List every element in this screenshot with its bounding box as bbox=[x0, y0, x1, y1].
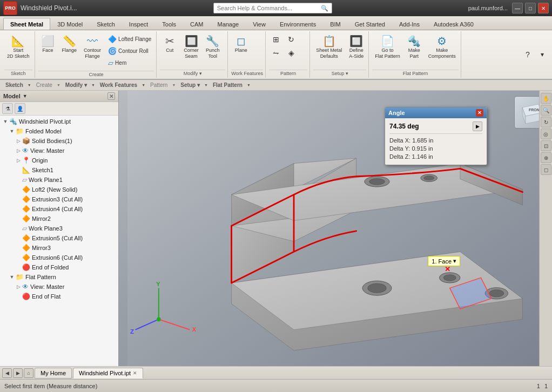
pattern-btn-3[interactable]: ⥊ bbox=[269, 47, 283, 59]
tab-my-home[interactable]: My Home bbox=[35, 368, 72, 379]
tree-node-root[interactable]: ▼ 🔩 Windshield Pivot.ipt bbox=[0, 117, 118, 126]
angle-dialog-close-button[interactable]: ✕ bbox=[476, 109, 483, 117]
viewport[interactable]: ✕ X Y Z FRONT bbox=[119, 91, 552, 366]
below-flat-pattern-label[interactable]: Flat Pattern bbox=[211, 82, 253, 88]
sidebar-filter-button[interactable]: ⚗ bbox=[2, 103, 13, 114]
make-components-button[interactable]: ⚙ MakeComponents bbox=[426, 33, 459, 62]
tab-windshield-close-icon[interactable]: ✕ bbox=[133, 370, 137, 376]
tree-node-solid-bodies[interactable]: ▷ 📦 Solid Bodies(1) bbox=[0, 136, 118, 146]
define-a-side-button[interactable]: 🔲 DefineA-Side bbox=[346, 33, 366, 62]
below-work-features-label[interactable]: Work Features bbox=[98, 82, 148, 88]
sidebar-user-button[interactable]: 👤 bbox=[15, 103, 25, 114]
tree-node-origin[interactable]: ▷ 📍 Origin bbox=[0, 156, 118, 165]
tree-node-loft2[interactable]: ▷ 🔶 Loft2 (New Solid) bbox=[0, 185, 118, 194]
punch-tool-button[interactable]: 🔧 PunchTool bbox=[203, 33, 223, 62]
orbit-button[interactable]: ↻ bbox=[541, 117, 551, 127]
minimize-button[interactable]: — bbox=[512, 3, 523, 13]
contour-flange-button[interactable]: 〰 ContourFlange bbox=[81, 33, 104, 62]
zoom-button[interactable]: 🔍 bbox=[541, 105, 551, 116]
pattern-icon-1: ⊞ bbox=[273, 35, 279, 44]
below-sketch-label[interactable]: Sketch bbox=[3, 82, 34, 88]
tab-tools[interactable]: Tools bbox=[155, 18, 183, 30]
tab-3d-model[interactable]: 3D Model bbox=[50, 18, 90, 30]
pan-button[interactable]: ✋ bbox=[541, 93, 551, 104]
tree-node-view-master1[interactable]: ▷ 👁 View: Master bbox=[0, 146, 118, 156]
tree-node-end-of-flat[interactable]: ▷ 🔴 End of Flat bbox=[0, 292, 118, 301]
start-2d-sketch-button[interactable]: 📐 Start2D Sketch bbox=[4, 33, 32, 62]
flange-button[interactable]: 📏 Flange bbox=[59, 33, 80, 56]
lofted-flange-button[interactable]: 🔷 Lofted Flange bbox=[105, 33, 154, 45]
maximize-button[interactable]: □ bbox=[525, 3, 536, 13]
sheet-metal-defaults-button[interactable]: 📋 Sheet MetalDefaults bbox=[313, 33, 345, 62]
tab-view[interactable]: View bbox=[246, 18, 273, 30]
tree-node-mirror2[interactable]: ▷ 🔶 Mirror2 bbox=[0, 214, 118, 224]
svg-text:✕: ✕ bbox=[445, 265, 450, 273]
search-input[interactable] bbox=[217, 5, 321, 11]
tab-get-started[interactable]: Get Started bbox=[348, 18, 392, 30]
svg-point-11 bbox=[368, 283, 387, 293]
below-setup-label[interactable]: Setup ▾ bbox=[178, 82, 211, 88]
look-at-button[interactable]: ◎ bbox=[541, 129, 551, 139]
contour-flange-icon: 〰 bbox=[87, 36, 98, 46]
tree-node-extrusion4[interactable]: ▷ 🔶 Extrusion4 (Cut All) bbox=[0, 204, 118, 214]
tree-node-folded-model[interactable]: ▼ 📁 Folded Model bbox=[0, 126, 118, 136]
hem-button[interactable]: ▱ Hem bbox=[105, 57, 154, 69]
cut-button[interactable]: ✂ Cut bbox=[160, 33, 179, 56]
pattern-btn-4[interactable]: ◈ bbox=[284, 47, 298, 59]
tree-node-view-master2[interactable]: ▷ 👁 View: Master bbox=[0, 282, 118, 292]
sidebar-header-left: Model ▼ bbox=[3, 93, 28, 99]
help-button[interactable]: ? bbox=[521, 48, 535, 62]
face-button[interactable]: ⬜ Face bbox=[38, 33, 58, 56]
angle-dialog-title-text: Angle bbox=[388, 110, 405, 116]
expand-ribbon-button[interactable]: ▾ bbox=[537, 49, 548, 60]
go-to-flat-pattern-button[interactable]: 📄 Go toFlat Pattern bbox=[372, 33, 403, 62]
sidebar-close-button[interactable]: ✕ bbox=[107, 92, 115, 100]
tab-manage[interactable]: Manage bbox=[210, 18, 246, 30]
ribbon-group-setup: 📋 Sheet MetalDefaults 🔲 DefineA-Side Set… bbox=[311, 31, 369, 78]
pattern-btn-1[interactable]: ⊞ bbox=[269, 33, 283, 46]
tab-sheet-metal[interactable]: Sheet Metal bbox=[3, 18, 50, 30]
tab-add-ins[interactable]: Add-Ins bbox=[392, 18, 427, 30]
tab-windshield-pivot[interactable]: Windshield Pivot.ipt ✕ bbox=[73, 368, 143, 379]
tree-node-mirror3[interactable]: ▷ 🔶 Mirror3 bbox=[0, 243, 118, 253]
contour-roll-button[interactable]: 🌀 Contour Roll bbox=[105, 45, 154, 57]
search-box[interactable]: 🔍 bbox=[213, 3, 332, 13]
tab-bim[interactable]: BIM bbox=[323, 18, 348, 30]
pattern-btn-2[interactable]: ↻ bbox=[284, 33, 298, 46]
corner-seam-button[interactable]: 🔲 CornerSeam bbox=[181, 33, 201, 62]
tree-node-extrusion6[interactable]: ▷ 🔶 Extrusion6 (Cut All) bbox=[0, 253, 118, 262]
tree-node-extrusion3[interactable]: ▷ 🔶 Extrusion3 (Cut All) bbox=[0, 194, 118, 204]
face-label[interactable]: 1. Face ▾ bbox=[428, 256, 460, 266]
tab-inspect[interactable]: Inspect bbox=[122, 18, 155, 30]
close-button[interactable]: ✕ bbox=[538, 3, 549, 13]
tree-node-flat-pattern[interactable]: ▼ 📁 Flat Pattern bbox=[0, 272, 118, 282]
tree-node-extrusion5[interactable]: ▷ 🔶 Extrusion5 (Cut All) bbox=[0, 233, 118, 243]
ribbon-group-sketch-content: 📐 Start2D Sketch bbox=[4, 32, 32, 69]
make-part-button[interactable]: 🔩 MakePart bbox=[405, 33, 424, 62]
tab-autodesk-a360[interactable]: Autodesk A360 bbox=[427, 18, 481, 30]
zoom-select-button[interactable]: ⊕ bbox=[541, 152, 551, 163]
tree-node-work-plane3[interactable]: ▷ ▱ Work Plane3 bbox=[0, 224, 118, 233]
tab-nav-right[interactable]: ▶ bbox=[13, 368, 23, 378]
tree-node-end-of-folded[interactable]: ▷ 🔴 End of Folded bbox=[0, 262, 118, 272]
tree-icon-mirror2: 🔶 bbox=[22, 215, 30, 222]
svg-point-19 bbox=[424, 176, 434, 180]
status-message: Select first item (Measure distance) bbox=[4, 383, 97, 389]
below-modify-label[interactable]: Modify ▾ bbox=[63, 82, 98, 88]
tab-sketch[interactable]: Sketch bbox=[90, 18, 122, 30]
angle-dialog-title: Angle ✕ bbox=[385, 107, 487, 118]
tab-cam[interactable]: CAM bbox=[183, 18, 210, 30]
tool-7[interactable]: ◻ bbox=[541, 164, 551, 175]
tab-nav-left[interactable]: ◀ bbox=[2, 368, 12, 378]
tree-icon-ext3: 🔶 bbox=[22, 195, 30, 203]
tree-node-work-plane1[interactable]: ▷ ▱ Work Plane1 bbox=[0, 175, 118, 185]
tab-nav-home[interactable]: ⌂ bbox=[24, 368, 33, 378]
tree-label-view2: View: Master bbox=[30, 283, 64, 290]
zoom-all-button[interactable]: ⊡ bbox=[541, 140, 551, 151]
plane-button[interactable]: ◻ Plane bbox=[231, 33, 251, 56]
make-components-icon: ⚙ bbox=[437, 36, 447, 46]
angle-expand-button[interactable]: ▶ bbox=[473, 121, 482, 131]
pattern-group-label: Pattern bbox=[269, 70, 307, 77]
tab-environments[interactable]: Environments bbox=[273, 18, 323, 30]
tree-node-sketch1[interactable]: ▷ 📐 Sketch1 bbox=[0, 165, 118, 175]
